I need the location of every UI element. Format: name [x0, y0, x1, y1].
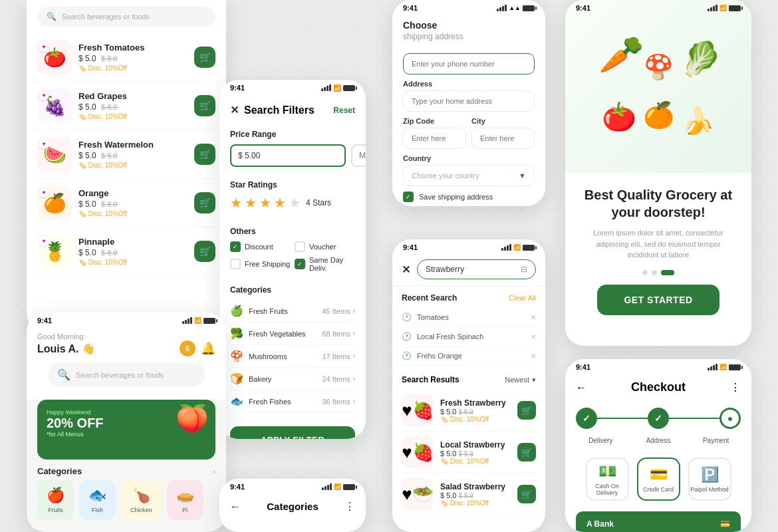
wishlist-icon[interactable]: ♥ [39, 41, 49, 52]
product-discount: 🏷️ Disc. 10%Off [78, 210, 188, 217]
save-checkbox[interactable]: ✓ [403, 192, 414, 202]
categories-list: 🍏 Fresh Fruits 45 Items › 🥦 Fresh Vegeta… [230, 300, 355, 413]
result-wishlist-icon[interactable]: ♥ [402, 400, 412, 421]
wishlist-icon[interactable]: ♥ [39, 235, 49, 246]
wishlist-icon[interactable]: ♥ [39, 138, 49, 149]
star-4[interactable]: ★ [274, 195, 286, 211]
checkbox[interactable]: ✓ [230, 241, 241, 252]
notification-badge[interactable]: 6 [180, 340, 195, 356]
header-actions: 6 🔔 [180, 340, 215, 356]
home-search[interactable]: 🔍 Search beverages or foods [48, 363, 205, 386]
category-icon-item[interactable]: 🍎 Fruits [37, 480, 74, 520]
checkbox[interactable]: ✓ [295, 259, 305, 269]
price-max-input[interactable] [351, 144, 366, 167]
see-all-btn[interactable]: › [213, 467, 215, 475]
checkbox-item[interactable]: ✓ Discount [230, 241, 291, 252]
reset-button[interactable]: Reset [333, 106, 355, 115]
result-wishlist-icon[interactable]: ♥ [402, 484, 412, 505]
star-3[interactable]: ★ [259, 195, 271, 211]
result-price: $ 5.0 $ 8.9 [440, 408, 511, 416]
star-1[interactable]: ★ [230, 195, 242, 211]
category-item[interactable]: 🥦 Fresh Vegetables 68 Items › [230, 323, 355, 345]
more-dots-icon[interactable]: ⋮ [344, 500, 355, 513]
checkbox-item[interactable]: ✓ Same Day Deliv. [295, 256, 355, 272]
get-started-button[interactable]: GET STARTED [597, 285, 719, 315]
search-bar-panel1[interactable]: 🔍 Search beverages or foods [37, 7, 215, 27]
category-count: 36 Items [322, 398, 350, 406]
zip-input[interactable] [403, 128, 466, 149]
search-input-bar[interactable]: Strawberry ⊟ [417, 259, 536, 279]
result-add-to-cart-button[interactable]: 🛒 [517, 443, 536, 462]
price-min-input[interactable] [230, 144, 346, 167]
checkbox-item[interactable]: Voucher [295, 241, 355, 252]
checkbox[interactable] [295, 241, 305, 252]
add-to-cart-button[interactable]: 🛒 [194, 95, 215, 116]
cat-emoji-icon: 🥧 [176, 487, 194, 504]
checkbox[interactable] [230, 259, 241, 269]
result-add-to-cart-button[interactable]: 🛒 [517, 401, 536, 420]
payment-method-item[interactable]: 💵 Cash On Delivery [586, 458, 629, 501]
sort-btn[interactable]: Newest ▾ [505, 376, 536, 384]
product-info: Red Grapes $ 5.0 $ 8.0 🏷️ Disc. 10%Off [78, 91, 188, 120]
back-arrow-icon[interactable]: ← [230, 501, 241, 513]
bank-bar[interactable]: A Bank 💳 [576, 511, 741, 532]
good-morning: Good Morning [37, 332, 215, 340]
add-to-cart-button[interactable]: 🛒 [194, 47, 215, 68]
category-icon-item[interactable]: 🐟 Fish [79, 480, 116, 520]
city-input[interactable] [471, 128, 535, 149]
stars-row[interactable]: ★ ★ ★ ★ ★ 4 Stars [230, 195, 355, 211]
wishlist-icon[interactable]: ♥ [39, 187, 49, 198]
search-icon-p1: 🔍 [47, 12, 57, 21]
address-content: Choose shipping address Address Zip Code… [392, 13, 545, 206]
star-2[interactable]: ★ [245, 195, 257, 211]
filter-icon[interactable]: ⊟ [521, 265, 527, 274]
category-item[interactable]: 🍏 Fresh Fruits 45 Items › [230, 300, 355, 323]
city-label: City [471, 117, 535, 125]
country-label: Country [403, 154, 535, 162]
close-icon[interactable]: ✕ [230, 104, 239, 116]
wishlist-icon[interactable]: ♥ [39, 90, 49, 100]
recent-search-item[interactable]: 🕐 Frehs Orange ✕ [402, 346, 536, 366]
add-to-cart-button[interactable]: 🛒 [194, 192, 215, 213]
result-add-to-cart-button[interactable]: 🛒 [517, 485, 536, 503]
category-item[interactable]: 🍄 Mushrooms 17 Items › [230, 345, 355, 368]
step-line-1 [597, 418, 648, 419]
category-name: Bakery [249, 375, 271, 383]
category-icon-item[interactable]: 🥧 Pi [167, 480, 203, 520]
category-left: 🍞 Bakery [230, 372, 271, 385]
clear-all-btn[interactable]: Clear All [509, 294, 536, 302]
progress-steps: ✓ ✓ ● [565, 402, 751, 434]
bell-icon[interactable]: 🔔 [201, 341, 215, 356]
step-address: ✓ [648, 408, 669, 429]
remove-recent-icon[interactable]: ✕ [531, 314, 536, 321]
category-item[interactable]: 🐟 Fresh Fishes 36 Items › [230, 390, 355, 413]
remove-recent-icon[interactable]: ✕ [531, 333, 536, 340]
phone-input[interactable] [403, 53, 535, 74]
search-header-p6: ✕ Strawberry ⊟ [392, 253, 545, 287]
add-to-cart-button[interactable]: 🛒 [194, 144, 215, 165]
apply-filter-button[interactable]: APPLY FILTER [230, 426, 355, 439]
payment-icon: 💵 [598, 463, 616, 480]
back-arrow-checkout[interactable]: ← [576, 382, 586, 394]
recent-search-item[interactable]: 🕐 Local Fresh Spinach ✕ [402, 327, 536, 346]
product-name: Red Grapes [78, 91, 188, 101]
close-search-icon[interactable]: ✕ [402, 263, 410, 276]
category-count: 24 Items [322, 375, 350, 383]
result-discount: 🏷️ Disc. 10%Off [440, 499, 511, 507]
search-result-item: ♥ 🥗 Salad Strawberry $ 5.0 $ 8.9 🏷️ Disc… [402, 473, 536, 515]
address-input[interactable] [403, 90, 535, 112]
product-info: Orange $ 5.0 $ 8.0 🏷️ Disc. 10%Off [78, 188, 188, 217]
remove-recent-icon[interactable]: ✕ [531, 352, 536, 360]
add-to-cart-button[interactable]: 🛒 [194, 241, 215, 262]
category-item[interactable]: 🍞 Bakery 24 Items › [230, 368, 355, 390]
country-select[interactable]: Choose your country ▼ [403, 165, 535, 186]
checkbox-item[interactable]: Free Shipping [230, 256, 291, 272]
star-5[interactable]: ★ [289, 195, 301, 211]
result-wishlist-icon[interactable]: ♥ [402, 442, 412, 463]
product-image: ♥ 🍍 [37, 234, 72, 269]
more-options-icon[interactable]: ⋮ [730, 381, 741, 394]
payment-method-item[interactable]: 🅿️ Paipol Method [688, 458, 731, 501]
recent-search-item[interactable]: 🕐 Tomatoes ✕ [402, 308, 536, 327]
category-icon-item[interactable]: 🍗 Chicken [121, 480, 162, 520]
payment-method-item[interactable]: 💳 Credit Card [637, 458, 680, 501]
